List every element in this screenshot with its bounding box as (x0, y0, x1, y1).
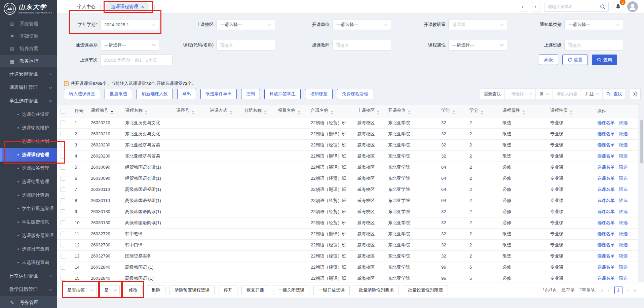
nav-back-button[interactable]: ‹ (518, 2, 527, 11)
notifications-button[interactable]: 0 (612, 1, 623, 12)
roster-link[interactable]: 选课名单 (597, 220, 615, 225)
roster-link[interactable]: 选课名单 (597, 131, 615, 136)
sidebar-item-exam[interactable]: ✎考务管理 (0, 296, 57, 308)
col-header-course_no[interactable]: 课程编号 (87, 105, 122, 117)
filter-select-0-3[interactable]: 请选择 (448, 19, 507, 30)
toolbar-button-7[interactable]: 增加课堂 (305, 89, 333, 99)
restrict-link[interactable]: 限选 (619, 220, 628, 225)
advanced-button[interactable]: 高级 (539, 55, 558, 65)
restrict-link[interactable]: 限选 (619, 198, 628, 203)
sort-carets-icon[interactable] (481, 110, 483, 114)
sort-carets-icon[interactable] (377, 110, 380, 114)
restrict-link[interactable]: 限选 (619, 253, 628, 259)
restrict-link[interactable]: 限选 (619, 120, 628, 125)
row-checkbox[interactable] (61, 165, 65, 170)
nav-forward-button[interactable]: › (531, 2, 540, 11)
sidebar-section-1[interactable]: 课表编排管理 (0, 81, 57, 94)
bottom-button-6[interactable]: 恢复开课 (241, 285, 269, 295)
row-checkbox[interactable] (61, 220, 65, 225)
roster-link[interactable]: 选课名单 (597, 276, 615, 281)
table-scrollbar[interactable] (640, 106, 643, 281)
filter-select-0-4[interactable]: ---请选择--- (564, 19, 623, 30)
roster-link[interactable]: 选课名单 (597, 165, 615, 170)
filter-select-0-1[interactable]: ---请选择--- (216, 19, 275, 30)
filter-select-1-3[interactable]: ---请选择--- (448, 40, 507, 50)
restrict-link[interactable]: 限选 (619, 165, 628, 170)
bottom-button-9[interactable]: 批量清除性别要求 (354, 285, 399, 295)
sidebar-subitem-5[interactable]: 选课学分控制 (0, 135, 57, 148)
roster-link[interactable]: 选课名单 (597, 176, 615, 181)
sort-carets-icon[interactable] (408, 110, 411, 114)
roster-link[interactable]: 选课名单 (597, 209, 615, 214)
toolbar-button-0[interactable]: 转入选课课堂 (64, 89, 100, 99)
filter-select-0-2[interactable]: ---请选择--- (332, 19, 391, 30)
row-checkbox[interactable] (61, 143, 65, 147)
bottom-button-7[interactable]: 一键关闭选课 (273, 285, 309, 295)
bottom-button-2[interactable]: 修改 (124, 285, 143, 295)
restrict-link[interactable]: 限选 (619, 231, 628, 236)
sort-carets-icon[interactable] (230, 110, 232, 114)
prev-page-icon[interactable]: ‹ (608, 287, 610, 293)
roster-link[interactable]: 选课名单 (597, 231, 615, 236)
col-header-group_name[interactable]: 分组名称 (241, 105, 274, 117)
toolbar-button-3[interactable]: 导出 (177, 89, 196, 99)
first-page-icon[interactable]: « (601, 287, 603, 293)
col-header-merged_class[interactable]: 合班名称 (307, 105, 354, 117)
class-period-input[interactable] (100, 55, 173, 65)
sort-carets-icon[interactable] (145, 110, 148, 114)
row-checkbox[interactable] (61, 176, 65, 181)
search-field-select[interactable]: --请选择-- (505, 89, 536, 99)
avatar[interactable] (627, 1, 638, 12)
col-header-nature[interactable]: 课程性质 (547, 105, 594, 117)
sidebar-subitem-3[interactable]: 选课公共设置 (0, 108, 57, 121)
roster-link[interactable]: 选课名单 (597, 142, 615, 147)
sidebar-subitem-14[interactable]: 未选课程查询 (0, 256, 57, 269)
restrict-link[interactable]: 限选 (619, 142, 628, 147)
sort-carets-icon[interactable] (111, 110, 113, 114)
restrict-link[interactable]: 限选 (619, 265, 628, 270)
col-header-campus[interactable]: 上课校区 (354, 105, 385, 117)
sidebar-subitem-11[interactable]: 学生缴费信息 (0, 215, 57, 229)
sidebar-section-16[interactable]: 教学日历管理 (0, 283, 57, 296)
toolbar-button-6[interactable]: 释放抽签学生 (264, 89, 301, 99)
filter-select-1-0[interactable]: ---请选择--- (100, 40, 159, 50)
restrict-link[interactable]: 限选 (619, 176, 628, 181)
col-header-credits[interactable]: 学分 (466, 105, 499, 117)
sidebar-subitem-7[interactable]: 选课抽签管理 (0, 162, 57, 175)
research-button[interactable]: 重新查找 (480, 89, 505, 99)
row-checkbox[interactable] (61, 198, 65, 203)
sort-carets-icon[interactable] (522, 110, 525, 114)
roster-link[interactable]: 选课名单 (597, 265, 615, 270)
col-header-hours[interactable]: 学时 (438, 105, 466, 117)
row-checkbox[interactable] (61, 276, 65, 281)
find-button[interactable]: 查找 (603, 89, 626, 99)
row-checkbox[interactable] (61, 254, 65, 259)
sidebar-section-0[interactable]: 开课安排管理 (0, 67, 57, 81)
last-page-icon[interactable]: » (633, 287, 636, 293)
toolbar-button-8[interactable]: 免费课程管理 (337, 89, 373, 99)
column-settings-button[interactable] (630, 89, 641, 99)
col-header-project_name[interactable]: 项目名称 (274, 105, 307, 117)
sort-carets-icon[interactable] (298, 110, 300, 114)
bottom-button-10[interactable]: 批量设置性别限选 (403, 285, 448, 295)
bottom-button-3[interactable]: 删除 (147, 285, 165, 295)
row-checkbox[interactable] (61, 121, 65, 125)
roster-link[interactable]: 选课名单 (597, 242, 615, 247)
bottom-button-8[interactable]: 一键开放选课 (313, 285, 350, 295)
sidebar-subitem-10[interactable]: 学生补退选管理 (0, 202, 57, 215)
restrict-link[interactable]: 限选 (619, 153, 628, 159)
row-checkbox[interactable] (61, 209, 65, 214)
toolbar-button-5[interactable]: 控制 (241, 89, 260, 99)
sidebar-item-0[interactable]: ⊞系统管理 (0, 18, 57, 30)
toolbar-button-2[interactable]: 刷新选课人数 (137, 89, 173, 99)
tab-course-selection-management[interactable]: 选课课程管理 × (106, 2, 150, 11)
next-page-icon[interactable]: › (627, 287, 629, 293)
current-page[interactable]: 1 (614, 286, 622, 294)
filter-input-1-2[interactable] (332, 40, 391, 50)
row-checkbox[interactable] (61, 187, 65, 192)
roster-link[interactable]: 选课名单 (597, 187, 615, 192)
bottom-button-4[interactable]: 清除预置课程选课 (169, 285, 215, 295)
sidebar-subitem-9[interactable]: 选课统计查询 (0, 189, 57, 202)
sidebar-section-2[interactable]: 学生选课管理 (0, 94, 57, 108)
row-checkbox[interactable] (61, 154, 65, 159)
